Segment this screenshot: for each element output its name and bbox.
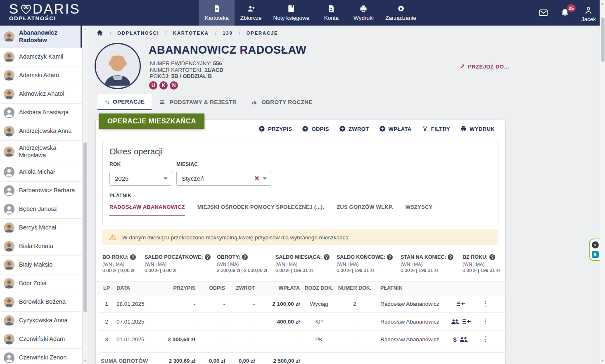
nav-item-noty-ksiegowe[interactable]: Noty księgowe	[268, 0, 316, 26]
wplata-button[interactable]: WPŁATA	[379, 125, 412, 132]
sidebar-resident-item[interactable]: Biały Maksio	[0, 256, 82, 274]
sidebar-resident-item[interactable]: Aksbara Anastazja	[0, 104, 82, 122]
resident-tabs: ↑↓OPERACJEPODSTAWY & REJESTROBROTY ROCZN…	[97, 94, 320, 110]
row-menu-button[interactable]: ⋮	[478, 301, 492, 307]
filtry-button[interactable]: FILTRY	[422, 125, 450, 132]
scroll-up-icon[interactable]: ▲	[83, 26, 88, 32]
nav-item-label: Kartoteka	[205, 15, 229, 21]
notifications-button[interactable]: 25	[560, 8, 570, 18]
goto-link[interactable]: ↗ PRZEJDŹ DO...	[460, 63, 509, 70]
row-menu-button[interactable]: ⋮	[478, 336, 492, 342]
col-header: PRZYPIS	[155, 285, 199, 291]
nav-item-konta[interactable]: Konta	[315, 0, 347, 26]
browser-extension-widget[interactable]: × e	[589, 239, 600, 261]
resident-badge-k: K	[159, 81, 168, 90]
payer-tab-zus-gorzow[interactable]: ZUS GORZÓW WLKP.	[337, 204, 393, 216]
stat-value: 0,00 zł | 199,31 zł	[463, 268, 498, 273]
scroll-up-icon[interactable]: ▲	[600, 0, 605, 7]
stat-value: 0,00 zł | 0,00 zł	[102, 268, 145, 273]
tab-podstawy-rejestr[interactable]: PODSTAWY & REJESTR	[152, 94, 244, 110]
mail-button[interactable]	[539, 8, 548, 18]
sidebar-resident-item[interactable]: Czerwiński Zenon	[0, 349, 82, 364]
clear-icon[interactable]: ×	[254, 175, 259, 182]
page-scrollbar[interactable]: ▲ ▼	[600, 0, 605, 364]
resident-avatar	[4, 297, 14, 307]
sidebar-resident-item[interactable]: Czerwiński Adam	[0, 330, 82, 349]
nav-item-zbiorcze[interactable]: Zbiorcze	[235, 0, 268, 26]
nav-item-label: Konta	[324, 15, 339, 21]
help-icon[interactable]: ?	[324, 254, 330, 260]
cell-przypis: -	[155, 301, 199, 307]
zwrot-button[interactable]: ZWROT	[339, 125, 369, 132]
rok-select[interactable]: 2025	[109, 171, 172, 186]
help-icon[interactable]: ?	[448, 254, 453, 260]
sidebar-scrollbar-thumb[interactable]	[83, 142, 87, 312]
przypis-button[interactable]: PRZYPIS	[259, 125, 292, 132]
nav-item-zarzadzanie[interactable]: Zarządzanie	[380, 0, 422, 26]
tab-operacje[interactable]: ↑↓OPERACJE	[97, 94, 152, 110]
sidebar-resident-item[interactable]: Abananowicz Radosław	[0, 26, 82, 48]
help-icon[interactable]: ?	[242, 254, 248, 260]
user-menu[interactable]: Jacek	[581, 6, 596, 22]
list-icon	[159, 99, 166, 106]
cell-przypis: 2 300,69 zł	[155, 336, 199, 343]
sidebar-resident-item[interactable]: Adamski Adam	[0, 66, 82, 85]
stat-label-text: BZ ROKU:	[463, 254, 488, 260]
app-logo[interactable]: S DARIS ODPŁATNOŚCI	[0, 0, 95, 26]
help-icon[interactable]: ?	[387, 254, 393, 260]
payer-tab-radoslaw-abananowicz[interactable]: RADOSŁAW ABANANOWICZ	[109, 204, 185, 216]
home-icon[interactable]	[96, 29, 104, 37]
payer-tab-wszyscy[interactable]: WSZYSCY	[406, 204, 433, 216]
help-icon[interactable]: ?	[489, 254, 495, 260]
resident-name-label: Abananowicz Radosław	[19, 29, 78, 44]
breadcrumb-segment[interactable]: ODPŁATNOŚCI	[117, 31, 159, 35]
resident-name-label: Bercyś Michał	[19, 224, 56, 232]
sidebar-resident-item[interactable]: Andrzejewska Anna	[0, 122, 82, 141]
field-label: NUMER EWIDENCYJNY:	[150, 60, 211, 66]
sidebar-scrollbar[interactable]: ▲ ▼	[82, 26, 88, 364]
sidebar-resident-item[interactable]: Andrzejewska Mirosława	[0, 141, 82, 163]
sidebar-resident-item[interactable]: Barbarowicz Barbara	[0, 182, 82, 200]
col-header: WPŁATA	[258, 285, 301, 291]
scroll-down-icon[interactable]: ▼	[83, 357, 88, 364]
resident-avatar	[4, 334, 14, 345]
resident-avatar-placeholder	[4, 352, 14, 363]
stat-col: BZ ROKU:?(WN | MA)0,00 zł | 199,31 zł	[463, 254, 498, 273]
resident-avatar	[4, 70, 14, 81]
close-icon[interactable]: ×	[592, 241, 599, 248]
breadcrumb-segment[interactable]: KARTOTEKA	[173, 31, 209, 35]
breadcrumb-segment[interactable]: 139	[223, 31, 233, 35]
sidebar-resident-item[interactable]: Anioła Michał	[0, 163, 82, 182]
summary-zwrot: 0,00 zł	[228, 358, 258, 364]
tab-obroty-roczne[interactable]: OBROTY ROCZNE	[244, 94, 319, 110]
page-scrollbar-thumb[interactable]	[601, 17, 605, 62]
plus-circle-icon	[302, 125, 308, 132]
help-icon[interactable]: ?	[205, 254, 211, 260]
sidebar-resident-item[interactable]: Borowiak Bożena	[0, 293, 82, 312]
chevron-down-icon	[164, 177, 168, 180]
sidebar-resident-item[interactable]: Akmowicz Anatol	[0, 85, 82, 104]
sidebar-resident-item[interactable]: Adamczyk Kamil	[0, 48, 82, 66]
help-icon[interactable]: ?	[130, 254, 136, 260]
tab-label: OPERACJE	[113, 99, 145, 105]
nav-item-kartoteka[interactable]: Kartoteka	[199, 0, 235, 26]
scroll-down-icon[interactable]: ▼	[600, 357, 605, 364]
row-menu-button[interactable]: ⋮	[478, 319, 492, 324]
sidebar-resident-item[interactable]: Biała Renata	[0, 237, 82, 256]
stat-col: OBROTY:?(WN | MA)2 300,69 zł | 2 500,00 …	[217, 254, 275, 273]
tab-label: PODSTAWY & REJESTR	[169, 99, 237, 105]
nav-item-wydruki[interactable]: Wydruki	[347, 0, 380, 26]
wydruk-button[interactable]: WYDRUK	[460, 125, 495, 132]
payer-tab-mops[interactable]: MIEJSKI OŚRODEK POMOCY SPOŁECZNEJ (...).	[197, 204, 325, 216]
sidebar-resident-item[interactable]: Cyżykowska Anna	[0, 312, 82, 330]
cell-zwrot: -	[228, 336, 258, 343]
breadcrumb-segment[interactable]: OPERACJE	[247, 31, 278, 35]
document-person-icon	[327, 5, 335, 13]
miesiac-select[interactable]: Styczeń ×	[176, 171, 271, 186]
cell-platnik: Radosław Abananowicz	[373, 301, 443, 307]
sidebar-resident-item[interactable]: Bercyś Michał	[0, 219, 82, 237]
sidebar-resident-item[interactable]: Bóbr Zofia	[0, 274, 82, 293]
odpis-button[interactable]: ODPIS	[302, 125, 329, 132]
sidebar-resident-item[interactable]: Bęben Janusz	[0, 200, 82, 219]
resident-badge-u: U	[149, 81, 157, 90]
